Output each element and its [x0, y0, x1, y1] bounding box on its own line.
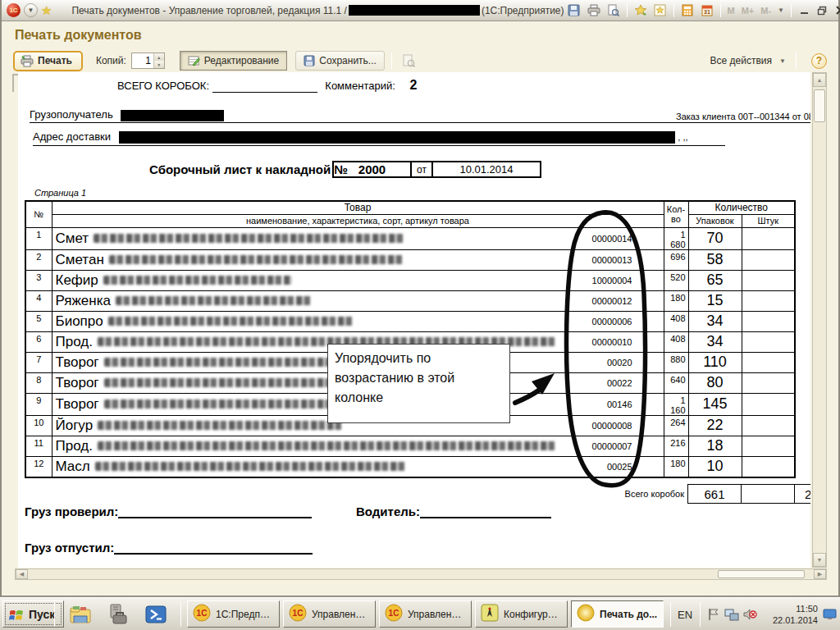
- vertical-scrollbar[interactable]: ▲ ▼: [812, 72, 827, 568]
- edit-toggle-button[interactable]: Редактирование: [180, 51, 287, 71]
- tray-flag-icon[interactable]: [706, 607, 721, 622]
- redacted-smudge: [108, 317, 354, 326]
- consignee-label: Грузополучатель: [30, 108, 113, 121]
- packs-cell: 80: [688, 372, 742, 393]
- language-indicator[interactable]: EN: [678, 598, 692, 630]
- copies-input[interactable]: [132, 53, 153, 68]
- svg-text:1С: 1С: [197, 609, 208, 618]
- packs-cell: 65: [688, 270, 742, 290]
- scroll-down-button[interactable]: ▼: [813, 553, 826, 567]
- tray-volume-muted-icon[interactable]: [742, 607, 757, 622]
- horizontal-scroll-thumb[interactable]: [718, 570, 805, 578]
- col-header-qty: Кол-во: [664, 201, 688, 227]
- clock-date: 22.01.2014: [773, 614, 818, 626]
- scroll-left-button[interactable]: ◀: [16, 569, 28, 579]
- product-name: Йогур: [56, 418, 94, 434]
- window-title-right: (1С:Предприятие): [482, 5, 564, 16]
- toolbar-overflow-chevron-icon[interactable]: ▼: [778, 7, 784, 14]
- table-row: 12Масл0002518010: [25, 456, 795, 477]
- qty-cell: 640: [664, 372, 688, 393]
- memory-mminus-button[interactable]: M-: [760, 6, 771, 16]
- qty-cell: 880: [664, 352, 688, 372]
- assembly-title: Сборочный лист к накладной №: [149, 162, 348, 176]
- close-button[interactable]: [831, 3, 840, 18]
- row-number: 9: [25, 393, 52, 415]
- taskbar-button-3[interactable]: 1СУправление...: [379, 600, 472, 628]
- product-name: Прод.: [56, 438, 93, 454]
- taskbar-button-label: Управление...: [408, 609, 466, 620]
- product-cell: Ряженка00000012: [52, 290, 664, 311]
- taskbar-button-1[interactable]: 1С1С:Предпри...: [187, 600, 280, 628]
- show-desktop-icon[interactable]: [823, 609, 838, 623]
- scroll-up-button[interactable]: ▲: [813, 73, 826, 87]
- add-favorite-icon[interactable]: [632, 2, 649, 19]
- print-button[interactable]: Печать: [13, 51, 83, 71]
- memory-mplus-button[interactable]: M+: [742, 6, 755, 16]
- taskbar-button-4[interactable]: Конфигурат...: [475, 600, 568, 628]
- pieces-cell: [742, 352, 795, 372]
- product-cell: Кефир10000004: [52, 270, 664, 290]
- copies-label: Копий:: [96, 55, 126, 66]
- taskbar-button-2[interactable]: 1СУправление...: [283, 600, 376, 628]
- app-1c-icon: 1С: [7, 2, 21, 19]
- pieces-cell: [742, 227, 795, 249]
- favorites-star-icon[interactable]: ★: [41, 2, 52, 19]
- horizontal-scrollbar[interactable]: ◀ ▶: [15, 568, 827, 580]
- explorer-folder-icon[interactable]: [69, 603, 92, 626]
- print-icon[interactable]: [586, 2, 602, 19]
- row-number: 3: [25, 270, 52, 290]
- main-menu-button[interactable]: ▼: [24, 2, 38, 19]
- product-code: 00000013: [592, 255, 664, 265]
- admin-tools-icon[interactable]: [105, 603, 128, 626]
- preview-icon[interactable]: [605, 2, 622, 19]
- product-code: 00000014: [592, 234, 664, 244]
- restore-button[interactable]: [813, 3, 831, 18]
- copies-down-button[interactable]: ▼: [154, 61, 164, 68]
- clock[interactable]: 11:50 22.01.2014: [759, 598, 818, 630]
- row-number: 4: [25, 290, 52, 311]
- product-code: 00000010: [592, 337, 664, 347]
- document-preview: ВСЕГО КОРОБОК: Комментарий: 2 Грузополуч…: [18, 72, 810, 568]
- start-button[interactable]: Пуск: [2, 600, 64, 628]
- clock-time: 11:50: [796, 603, 818, 614]
- address-tail-marks: , ,,: [678, 132, 687, 142]
- vertical-scroll-thumb[interactable]: [814, 89, 825, 122]
- cargo-checked-label: Груз проверил:: [25, 504, 118, 518]
- copies-stepper[interactable]: ▲ ▼: [131, 52, 165, 69]
- favorites-list-icon[interactable]: [652, 2, 669, 19]
- row-number: 1: [25, 227, 52, 249]
- packs-cell: 22: [688, 415, 742, 436]
- help-button[interactable]: ?: [811, 53, 827, 69]
- driver-line: Водитель:: [356, 504, 551, 518]
- memory-m-button[interactable]: M: [728, 6, 735, 16]
- taskbar-button-5[interactable]: Печать до...: [571, 600, 664, 628]
- config-icon: [481, 604, 499, 624]
- svg-text:1С: 1С: [389, 609, 399, 618]
- product-name: Биопро: [56, 313, 103, 330]
- calendar-icon[interactable]: 31: [699, 2, 715, 19]
- product-cell: Прод.00000007: [52, 436, 664, 456]
- tray-network-icon[interactable]: [724, 607, 739, 622]
- col-header-product-sub: наименование, характеристика, сорт, арти…: [52, 214, 664, 227]
- scroll-right-button[interactable]: ▶: [814, 569, 826, 579]
- all-actions-button[interactable]: Все действия ▼: [710, 55, 789, 66]
- driver-label: Водитель:: [356, 504, 420, 518]
- col-header-packs: Упаковок: [688, 214, 742, 227]
- redacted-smudge: [109, 255, 404, 264]
- order-reference: Заказ клиента 00Т--001344 от 08.01.2: [676, 112, 810, 121]
- save-button[interactable]: Сохранить...: [295, 51, 385, 71]
- row-number: 12: [25, 456, 52, 477]
- save-icon[interactable]: [566, 2, 582, 19]
- packs-cell: 18: [688, 436, 742, 456]
- qty-cell: 408: [664, 331, 688, 352]
- invoice-date: 10.01.2014: [431, 161, 541, 178]
- redacted-smudge: [98, 441, 557, 450]
- pieces-cell: [742, 311, 795, 331]
- minimize-button[interactable]: [795, 3, 813, 18]
- copies-up-button[interactable]: ▲: [154, 53, 164, 61]
- qty-cell: 1 680: [664, 227, 688, 249]
- onec-icon: 1С: [385, 604, 403, 624]
- calculator-icon[interactable]: [679, 2, 696, 19]
- qty-cell: 264: [664, 415, 688, 436]
- powershell-icon[interactable]: [144, 603, 167, 626]
